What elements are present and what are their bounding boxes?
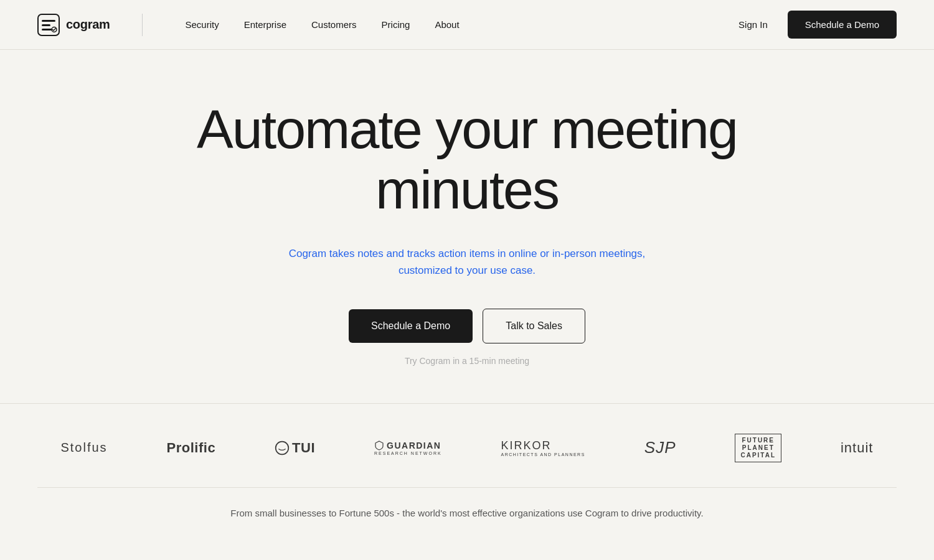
hero-buttons: Schedule a Demo Talk to Sales xyxy=(349,309,585,343)
nav-demo-button[interactable]: Schedule a Demo xyxy=(788,11,897,39)
hero-title: Automate your meeting minutes xyxy=(197,100,737,220)
hero-subtitle: Cogram takes notes and tracks action ite… xyxy=(280,245,654,279)
logo-sjp: SJP xyxy=(644,438,676,457)
logo-prolific: Prolific xyxy=(167,440,216,456)
hero-hint: Try Cogram in a 15-min meeting xyxy=(405,356,529,366)
logo-tui: TUI xyxy=(275,440,315,456)
hero-title-line2: minutes xyxy=(375,159,559,220)
hero-section: Automate your meeting minutes Cogram tak… xyxy=(0,50,934,403)
logo[interactable]: cogram xyxy=(37,14,110,36)
logo-intuit: intuit xyxy=(841,440,873,456)
logo-stolfus: Stolfus xyxy=(60,441,107,455)
nav-divider xyxy=(142,14,143,36)
logo-text: cogram xyxy=(66,17,110,32)
hero-schedule-button[interactable]: Schedule a Demo xyxy=(349,309,473,343)
nav-link-customers[interactable]: Customers xyxy=(301,14,367,35)
tui-smile-icon xyxy=(275,441,290,455)
sign-in-button[interactable]: Sign In xyxy=(729,14,778,35)
navbar: cogram Security Enterprise Customers Pri… xyxy=(0,0,934,50)
nav-link-enterprise[interactable]: Enterprise xyxy=(234,14,296,35)
svg-point-5 xyxy=(276,442,289,455)
logos-row: Stolfus Prolific TUI GUARDIAN xyxy=(37,434,897,462)
nav-links: Security Enterprise Customers Pricing Ab… xyxy=(175,14,469,35)
logo-future-planet-capital: FUTURE PLANET CAPITAL xyxy=(735,434,781,462)
hero-talk-button[interactable]: Talk to Sales xyxy=(483,309,585,343)
logo-guardian: GUARDIAN RESEARCH NETWORK xyxy=(374,441,442,455)
hero-title-line1: Automate your meeting xyxy=(197,98,737,160)
nav-link-pricing[interactable]: Pricing xyxy=(372,14,420,35)
logos-tagline: From small businesses to Fortune 500s - … xyxy=(37,487,897,518)
svg-rect-1 xyxy=(42,20,55,22)
guardian-icon xyxy=(374,441,384,450)
logos-section: Stolfus Prolific TUI GUARDIAN xyxy=(0,403,934,543)
cogram-logo-icon xyxy=(37,14,60,36)
nav-link-security[interactable]: Security xyxy=(175,14,229,35)
nav-link-about[interactable]: About xyxy=(425,14,469,35)
logo-kirkor: KIRKOR ARCHITECTS AND PLANNERS xyxy=(501,439,585,457)
navbar-right: Sign In Schedule a Demo xyxy=(729,11,897,39)
svg-rect-2 xyxy=(42,24,50,26)
navbar-left: cogram Security Enterprise Customers Pri… xyxy=(37,14,469,36)
